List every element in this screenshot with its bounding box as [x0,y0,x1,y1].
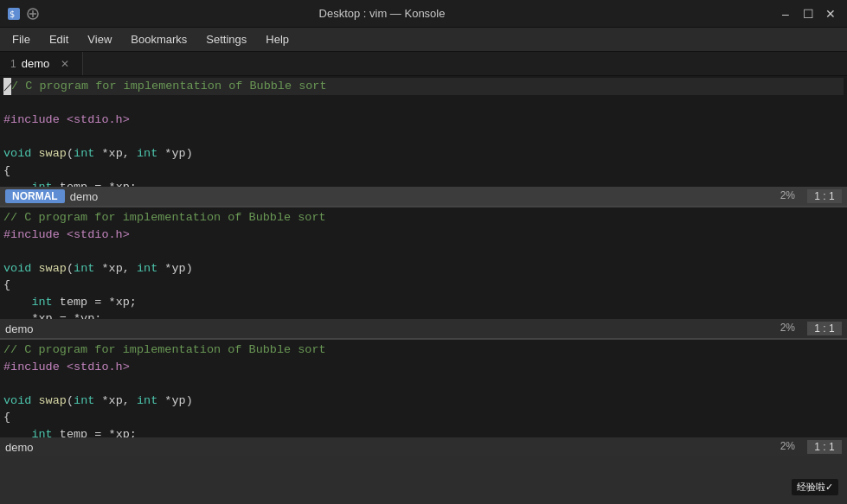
status-left-3: demo [5,441,34,454]
vim-pane-2: // C program for implementation of Bubbl… [0,207,847,340]
tab-label: demo [22,57,50,70]
code-content-1: ／/ C program for implementation of Bubbl… [3,78,844,187]
maximize-button[interactable]: ☐ [799,4,818,23]
vim-pane-3: // C program for implementation of Bubbl… [0,340,847,456]
status-bar-3: demo 2% 1 : 1 [0,437,847,456]
status-filename-2: demo [5,322,34,335]
status-pos-3: 1 : 1 [807,440,842,454]
menu-file[interactable]: File [3,30,39,48]
menu-view[interactable]: View [79,30,120,48]
status-right-3: 2% 1 : 1 [780,440,842,454]
status-pos-1: 1 : 1 [807,189,842,203]
app-window: $ Desktop : vim — Konsole – ☐ ✕ File Edi… [0,0,847,504]
code-content-2: // C program for implementation of Bubbl… [3,209,844,319]
svg-text:$: $ [10,10,15,19]
status-right-1: 2% 1 : 1 [780,189,842,203]
title-bar-left: $ [7,7,40,21]
status-bar-1: NORMAL demo 2% 1 : 1 [0,187,847,206]
status-bar-2: demo 2% 1 : 1 [0,319,847,338]
tab-close-icon[interactable]: ✕ [58,57,72,71]
code-area-1[interactable]: ／/ C program for implementation of Bubbl… [0,76,847,187]
menu-bookmarks[interactable]: Bookmarks [122,30,196,48]
tab-demo[interactable]: 1 demo ✕ [0,52,83,75]
status-percent-2: 2% [780,322,795,335]
watermark: 经验啦✓ [792,479,838,495]
minimize-button[interactable]: – [776,4,795,23]
status-left-2: demo [5,322,34,335]
tab-bar: 1 demo ✕ [0,52,847,76]
status-filename-3: demo [5,441,34,454]
status-percent-1: 2% [780,189,795,203]
konsole-icon [26,7,40,21]
status-right-2: 2% 1 : 1 [780,322,842,335]
app-icon: $ [7,7,21,21]
status-filename-1: demo [70,190,99,203]
window-controls: – ☐ ✕ [776,4,840,23]
menu-settings[interactable]: Settings [197,30,255,48]
mode-badge: NORMAL [5,189,65,203]
code-area-2[interactable]: // C program for implementation of Bubbl… [0,207,847,319]
tab-number: 1 [10,58,16,70]
close-button[interactable]: ✕ [821,4,840,23]
status-percent-3: 2% [780,440,795,454]
status-pos-2: 1 : 1 [807,322,842,335]
title-bar: $ Desktop : vim — Konsole – ☐ ✕ [0,0,847,28]
window-title: Desktop : vim — Konsole [40,7,724,20]
menu-help[interactable]: Help [257,30,298,48]
menu-edit[interactable]: Edit [41,30,77,48]
status-left-1: NORMAL demo [5,189,98,203]
menu-bar: File Edit View Bookmarks Settings Help [0,28,847,52]
vim-pane-1: ／/ C program for implementation of Bubbl… [0,76,847,207]
code-area-3[interactable]: // C program for implementation of Bubbl… [0,340,847,437]
code-content-3: // C program for implementation of Bubbl… [3,341,844,437]
